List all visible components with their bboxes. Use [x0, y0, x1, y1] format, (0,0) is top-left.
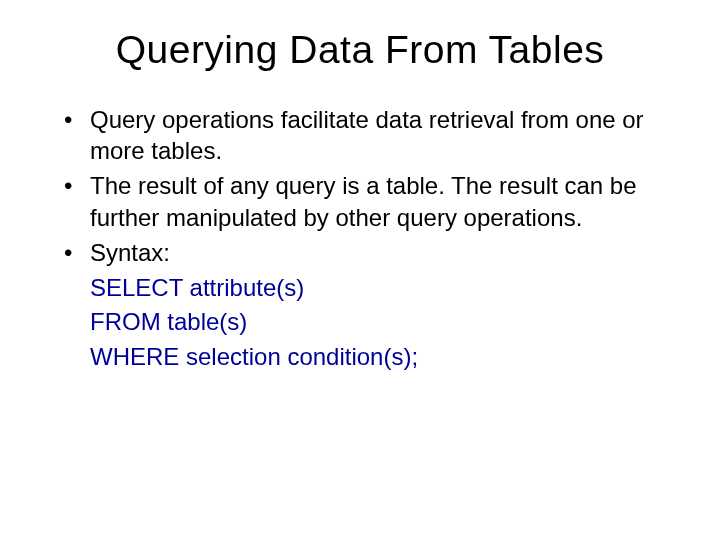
list-item: Syntax:	[70, 237, 680, 268]
slide-container: Querying Data From Tables Query operatio…	[0, 0, 720, 540]
syntax-where: WHERE selection condition(s);	[90, 341, 680, 373]
syntax-from: FROM table(s)	[90, 306, 680, 338]
slide-title: Querying Data From Tables	[40, 28, 680, 72]
list-item: The result of any query is a table. The …	[70, 170, 680, 232]
list-item: Query operations facilitate data retriev…	[70, 104, 680, 166]
bullet-list: Query operations facilitate data retriev…	[40, 104, 680, 268]
syntax-block: SELECT attribute(s) FROM table(s) WHERE …	[40, 272, 680, 373]
syntax-select: SELECT attribute(s)	[90, 272, 680, 304]
slide-content: Query operations facilitate data retriev…	[40, 104, 680, 373]
